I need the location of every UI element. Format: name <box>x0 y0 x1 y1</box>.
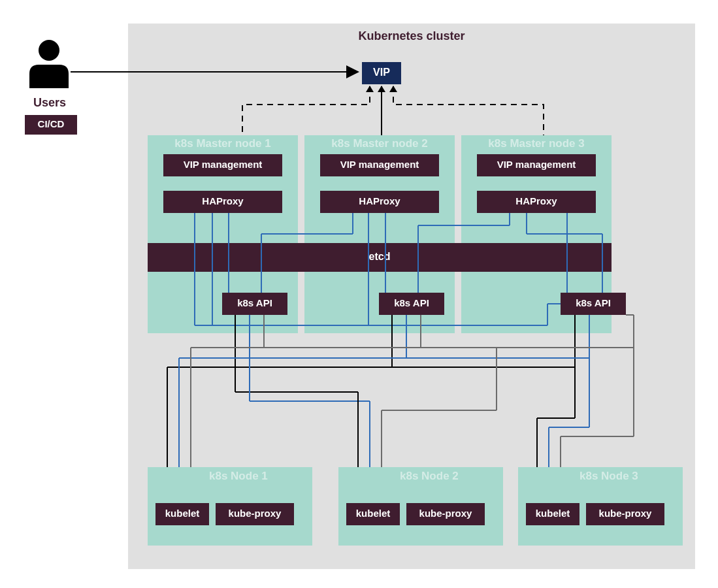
master2-api-label: k8s API <box>394 297 429 308</box>
node2-title: k8s Node 2 <box>400 470 459 482</box>
master3-haproxy-label: HAProxy <box>515 195 557 206</box>
master2-haproxy-label: HAProxy <box>359 195 400 206</box>
node1-title: k8s Node 1 <box>209 470 268 482</box>
master1-title: k8s Master node 1 <box>174 137 270 150</box>
master1-vipmgmt-label: VIP management <box>184 159 263 170</box>
node1-kubelet-label: kubelet <box>165 508 200 519</box>
node3-title: k8s Node 3 <box>579 470 638 482</box>
cicd-label: CI/CD <box>38 118 65 129</box>
master2-title: k8s Master node 2 <box>331 137 427 150</box>
master3-api-label: k8s API <box>576 297 611 308</box>
cluster-title: Kubernetes cluster <box>358 29 465 42</box>
node3-kubeproxy-label: kube-proxy <box>599 508 653 519</box>
node2-kubeproxy-label: kube-proxy <box>419 508 473 519</box>
master1-haproxy-label: HAProxy <box>202 195 244 206</box>
master3-title: k8s Master node 3 <box>488 137 584 150</box>
node1-kubeproxy-label: kube-proxy <box>229 508 282 519</box>
svg-point-0 <box>39 40 59 61</box>
vip-label: VIP <box>373 67 390 78</box>
master3-vipmgmt-label: VIP management <box>497 159 576 170</box>
users-label: Users <box>33 96 66 109</box>
node3-kubelet-label: kubelet <box>536 508 570 519</box>
master1-api-label: k8s API <box>237 297 272 308</box>
etcd-label: etcd <box>369 251 391 262</box>
master2-vipmgmt-label: VIP management <box>340 159 419 170</box>
users-icon <box>29 40 69 88</box>
node2-kubelet-label: kubelet <box>356 508 391 519</box>
